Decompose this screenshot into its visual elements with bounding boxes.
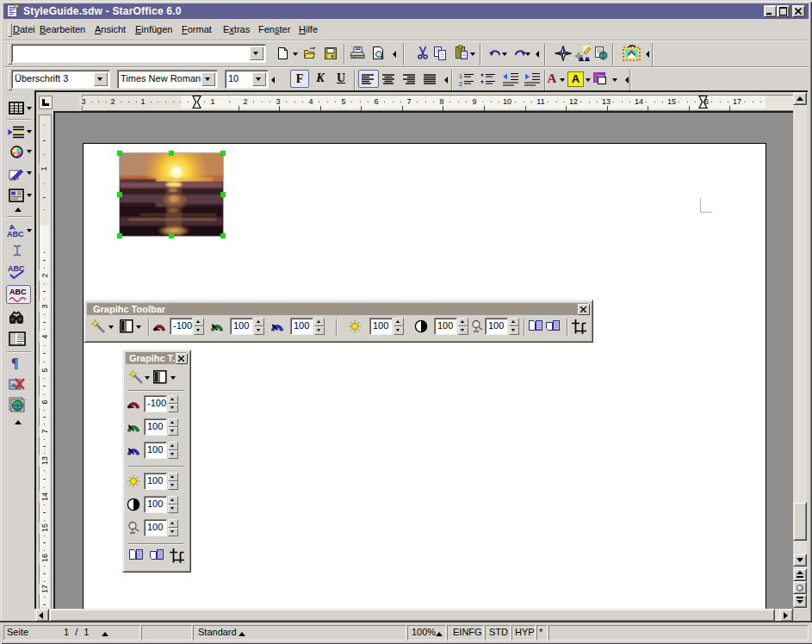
svg-text:ABC: ABC bbox=[7, 230, 24, 238]
svg-text:1: 1 bbox=[459, 73, 462, 79]
svg-text:2: 2 bbox=[459, 81, 462, 87]
